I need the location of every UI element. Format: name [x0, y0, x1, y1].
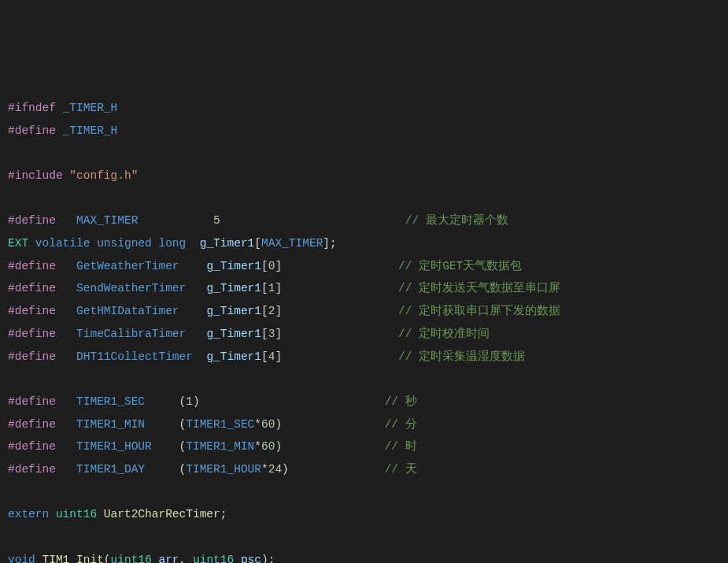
variable: g_Timer1 — [206, 350, 261, 363]
code-line: #define DHT11CollectTimer g_Timer1[4] //… — [8, 346, 720, 369]
variable: Uart2CharRecTimer — [104, 508, 220, 520]
comment: // 时 — [385, 440, 417, 453]
comment: // 最大定时器个数 — [405, 214, 508, 227]
comment: // 定时GET天气数据包 — [398, 260, 522, 272]
keyword: volatile — [35, 237, 91, 250]
blank-line — [8, 481, 720, 504]
macro-id: _TIMER_H — [63, 124, 118, 137]
preprocessor: #define — [8, 350, 56, 363]
code-line: #define GetWeatherTimer g_Timer1[0] // 定… — [8, 255, 720, 278]
code-line: #define TIMER1_MIN (TIMER1_SEC*60) // 分 — [8, 413, 720, 436]
variable: g_Timer1 — [206, 282, 261, 294]
code-line: #define TIMER1_HOUR (TIMER1_MIN*60) // 时 — [8, 435, 720, 458]
blank-line — [8, 142, 720, 165]
variable: g_Timer1 — [206, 305, 261, 317]
macro-id: _TIMER_H — [63, 102, 118, 114]
macro-id: DHT11CollectTimer — [76, 350, 193, 363]
include-path: "config.h" — [69, 169, 138, 182]
type: uint16 — [111, 554, 152, 563]
macro-id: MAX_TIMER — [76, 214, 138, 227]
preprocessor: #define — [8, 124, 56, 137]
preprocessor: #define — [8, 214, 56, 227]
type: uint16 — [56, 508, 97, 520]
comment: // 定时采集温湿度数据 — [398, 350, 525, 363]
macro-id: TimeCalibraTimer — [76, 328, 186, 340]
macro-id: MAX_TIMER — [261, 237, 323, 250]
code-line: void TIM1_Init(uint16 arr, uint16 psc); — [8, 549, 720, 563]
blank-line — [8, 368, 720, 391]
number: 5 — [213, 214, 220, 227]
param: psc — [241, 554, 261, 563]
macro-id: TIMER1_HOUR — [76, 440, 152, 453]
code-line: #define MAX_TIMER 5 // 最大定时器个数 — [8, 209, 720, 232]
comment: // 天 — [385, 463, 417, 476]
comment: // 定时发送天气数据至串口屏 — [398, 282, 560, 294]
code-line: #define TimeCalibraTimer g_Timer1[3] // … — [8, 323, 720, 346]
preprocessor: #define — [8, 418, 56, 431]
blank-line — [8, 187, 720, 210]
preprocessor: #define — [8, 395, 56, 408]
keyword: long — [158, 237, 186, 250]
preprocessor: #define — [8, 282, 56, 294]
variable: g_Timer1 — [206, 328, 261, 340]
variable: g_Timer1 — [200, 237, 255, 250]
type: uint16 — [193, 554, 234, 563]
blank-line — [8, 526, 720, 549]
macro-id: GetHMIDataTimer — [76, 305, 179, 317]
number: 60 — [261, 440, 275, 453]
comment: // 分 — [385, 418, 417, 431]
macro-id: TIMER1_MIN — [186, 440, 254, 453]
macro-id: TIMER1_MIN — [76, 418, 145, 431]
preprocessor: #define — [8, 260, 56, 272]
param: arr — [158, 554, 179, 563]
number: 24 — [268, 463, 282, 476]
ext-macro: EXT — [8, 237, 28, 250]
preprocessor: #include — [8, 169, 63, 182]
code-line: extern uint16 Uart2CharRecTimer; — [8, 503, 720, 526]
macro-id: TIMER1_SEC — [76, 395, 145, 408]
comment: // 定时获取串口屏下发的数据 — [398, 305, 560, 317]
keyword: extern — [8, 508, 49, 520]
macro-id: TIMER1_HOUR — [186, 463, 261, 476]
function: TIM1_Init — [42, 554, 104, 563]
code-line: #define SendWeatherTimer g_Timer1[1] // … — [8, 277, 720, 300]
macro-id: SendWeatherTimer — [76, 282, 186, 294]
comment: // 秒 — [385, 395, 417, 408]
preprocessor: #ifndef — [8, 102, 56, 114]
preprocessor: #define — [8, 463, 56, 476]
variable: g_Timer1 — [206, 260, 261, 272]
preprocessor: #define — [8, 305, 56, 317]
comment: // 定时校准时间 — [398, 328, 490, 340]
code-line: #define _TIMER_H — [8, 120, 720, 143]
number: 1 — [186, 395, 193, 408]
keyword: void — [8, 554, 35, 563]
code-line: #ifndef _TIMER_H — [8, 97, 720, 120]
code-line: EXT volatile unsigned long g_Timer1[MAX_… — [8, 232, 720, 255]
macro-id: TIMER1_SEC — [186, 418, 254, 431]
code-line: #include "config.h" — [8, 165, 720, 187]
number: 60 — [261, 418, 275, 431]
macro-id: GetWeatherTimer — [76, 260, 179, 272]
keyword: unsigned — [97, 237, 152, 250]
preprocessor: #define — [8, 328, 56, 340]
preprocessor: #define — [8, 440, 56, 453]
code-line: #define TIMER1_DAY (TIMER1_HOUR*24) // 天 — [8, 458, 720, 481]
code-line: #define TIMER1_SEC (1) // 秒 — [8, 391, 720, 413]
code-editor[interactable]: #ifndef _TIMER_H#define _TIMER_H #includ… — [8, 97, 720, 563]
code-line: #define GetHMIDataTimer g_Timer1[2] // 定… — [8, 300, 720, 323]
macro-id: TIMER1_DAY — [76, 463, 145, 476]
